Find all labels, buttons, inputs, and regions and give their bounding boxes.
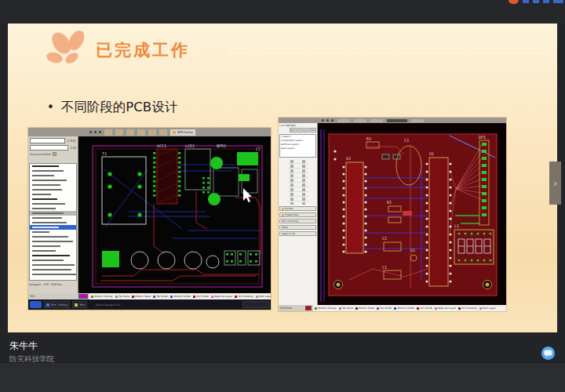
- project-button: 工程: [70, 146, 76, 150]
- active-document-tab: [387, 119, 407, 122]
- top-bar: [0, 0, 565, 24]
- active-document-tab: 整理.PcbDoc: [170, 129, 195, 136]
- window-buttons-icon: [322, 119, 334, 122]
- panel-button-row: Net Comp Free: [279, 128, 316, 132]
- slide-bullet: • 不同阶段的PCB设计: [47, 99, 177, 116]
- component-label: T1: [102, 151, 107, 156]
- presenter-info: 朱牛牛 防灾科技学院: [9, 339, 54, 365]
- current-layer-chip: [305, 306, 312, 310]
- toolbar-glyph-fragment: [533, 0, 539, 3]
- panel-chip: Apply to All: [279, 231, 316, 236]
- pcb-screenshot-routing-stage: 整理.PcbDoc 工作区 工程 Structure Editor: [28, 128, 271, 310]
- workspace-dropdown: [30, 138, 65, 143]
- component-label: X1: [410, 248, 415, 252]
- component-label: DP1: [479, 135, 486, 140]
- component-label: U1: [429, 151, 434, 156]
- blue-traces: [104, 165, 261, 238]
- chat-bubble-icon: [544, 350, 552, 358]
- panel-chip: Create Rule: [279, 212, 316, 217]
- call-toolbar: 钉钉: [0, 362, 565, 392]
- component-label: BPR3: [217, 143, 226, 148]
- chat-button[interactable]: [541, 347, 555, 360]
- panel-chip: Non-matching: [279, 219, 316, 223]
- component-label: R3: [366, 136, 371, 141]
- project-file-tree: [29, 163, 77, 281]
- current-layer-chip: [78, 294, 88, 299]
- taskbar-item: 整理: [72, 301, 86, 308]
- panel-bottom-tabs: Navigator PCB PCBFilter: [29, 283, 78, 286]
- project-dropdown: [30, 145, 68, 151]
- bullet-text: 不同阶段的PCB设计: [61, 99, 177, 116]
- next-slide-chevron[interactable]: ›: [549, 162, 561, 205]
- pcb-panel: s to highlight Net Comp Free <Layer> com…: [279, 123, 318, 305]
- component-label: C3: [404, 138, 409, 143]
- structure-editor-label: Structure Editor: [30, 153, 51, 156]
- powerpoint-logo-fragment: [508, 0, 519, 4]
- document-tab: [104, 129, 112, 136]
- cutoff-app-icons: [508, 0, 563, 4]
- pcb-screenshot-layout-stage: s to highlight Net Comp Free <Layer> com…: [279, 118, 506, 311]
- document-tab: [137, 129, 145, 136]
- start-button-icon: [30, 301, 42, 308]
- chevron-right-icon: ›: [553, 177, 557, 189]
- panel-chip: Mask: [279, 225, 316, 230]
- pcb-canvas-maroon: R3 C3 U3 U1 R2 C2 C1 X1 L1 DP1: [318, 123, 506, 305]
- projects-panel: 工作区 工程 Structure Editor: [28, 136, 78, 293]
- panel-chip: Builder: [279, 206, 316, 211]
- meeting-screen: 已完成工作 • 不同阶段的PCB设计 整理.PcbDoc: [0, 0, 565, 392]
- panel-icon: [53, 152, 56, 156]
- system-tray: [242, 301, 269, 308]
- pcb-canvas-dark: T1 ACC1 LCD1 BPR3 C7: [78, 136, 271, 293]
- workspace-button: 工作区: [67, 139, 76, 143]
- layer-list: <Layer> component Layer> artificial Laye…: [279, 134, 316, 158]
- document-tab: [126, 129, 134, 136]
- butterfly-icon: [49, 30, 89, 69]
- dashed-divider: [228, 53, 546, 54]
- document-tab: [115, 129, 123, 136]
- component-label: C7: [256, 147, 261, 151]
- toolbar-glyph-fragment: [523, 0, 529, 3]
- component-label: U3: [346, 156, 351, 161]
- document-tab: [148, 129, 156, 136]
- mouse-cursor-icon: [243, 188, 252, 202]
- toolbar-glyph-fragment: [543, 0, 549, 3]
- component-label: LCD1: [185, 143, 195, 148]
- component-label: ACC1: [157, 143, 166, 148]
- document-tab: [159, 129, 167, 136]
- component-label: C1: [382, 265, 387, 270]
- window-buttons-icon: [89, 131, 101, 133]
- windows-taskbar: 整理 - PcbDoc 整理 Altium Designer 6.6: [28, 299, 271, 310]
- net-checkbox-grid: [279, 159, 316, 205]
- red-traces: [100, 191, 261, 281]
- slide-title: 已完成工作: [96, 39, 190, 61]
- panel-hint-text: s to highlight: [279, 124, 316, 127]
- document-tab-bar: 整理.PcbDoc: [28, 128, 271, 136]
- taskbar-app-title: Altium Designer 6.6: [96, 303, 121, 307]
- layer-tab-bar: PCB Bottom Overlay Top Paste Bottom Past…: [28, 293, 271, 299]
- document-tab-bar: [279, 118, 506, 123]
- component-label: R2: [387, 200, 392, 205]
- bullet-marker: •: [47, 100, 54, 114]
- layer-tab-bar: PCB Filter Bottom Overlay Top Paste Bott…: [279, 305, 506, 311]
- taskbar-item: 整理 - PcbDoc: [44, 301, 70, 308]
- shared-slide: 已完成工作 • 不同阶段的PCB设计 整理.PcbDoc: [8, 24, 557, 332]
- presenter-name: 朱牛牛: [9, 339, 54, 353]
- component-label: L1: [454, 223, 459, 228]
- component-label: C2: [382, 236, 387, 241]
- toolbar-glyph-fragment: [553, 0, 563, 3]
